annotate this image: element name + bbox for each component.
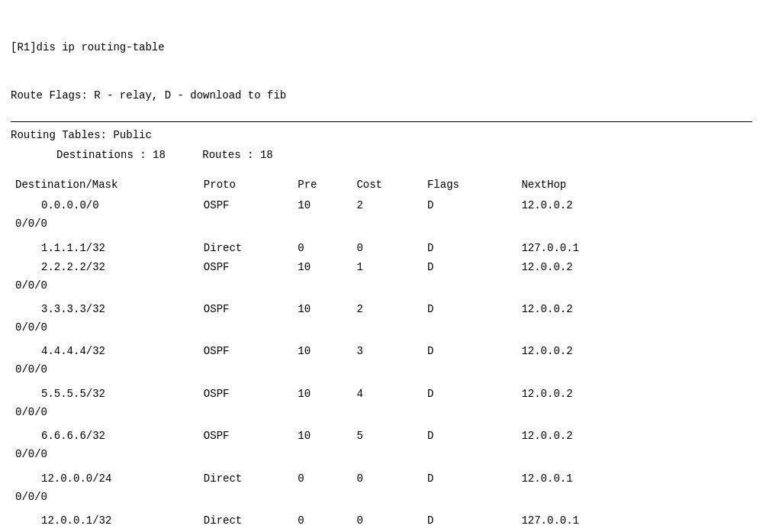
cell-flags: D bbox=[423, 427, 517, 446]
cell-flags: D bbox=[423, 469, 517, 488]
command-line: [R1]dis ip routing-table bbox=[11, 40, 752, 56]
cell-proto: OSPF bbox=[199, 196, 293, 215]
cell-proto: Direct bbox=[199, 239, 293, 258]
cell-flags: D bbox=[423, 196, 517, 215]
divider bbox=[11, 121, 752, 122]
cell-proto: OSPF bbox=[199, 427, 293, 446]
table-row: 12.0.0.0/24Direct00D12.0.0.1 bbox=[11, 469, 752, 488]
routing-tables-header: Routing Tables: Public bbox=[11, 127, 752, 143]
cell-cost: 5 bbox=[352, 427, 423, 446]
cell-iface: 0/0/0 bbox=[11, 277, 199, 300]
col-header-flags: Flags bbox=[423, 173, 517, 196]
cell-destination: 1.1.1.1/32 bbox=[11, 239, 199, 258]
cell-iface-inline bbox=[658, 427, 752, 446]
table-row-iface: 0/0/0 bbox=[11, 215, 752, 238]
cell-iface: 0/0/0 bbox=[11, 215, 199, 238]
cell-iface-inline bbox=[658, 258, 752, 277]
cell-destination: 0.0.0.0/0 bbox=[11, 196, 199, 215]
cell-cost: 0 bbox=[352, 469, 423, 488]
cell-flags: D bbox=[423, 511, 517, 530]
cell-nexthop: 12.0.0.2 bbox=[517, 258, 658, 277]
cell-destination: 12.0.0.1/32 bbox=[11, 511, 199, 530]
cell-iface-inline bbox=[658, 239, 752, 258]
table-row-iface: 0/0/0 bbox=[11, 446, 752, 469]
cell-proto: Direct bbox=[199, 511, 293, 530]
cell-pre: 0 bbox=[293, 469, 352, 488]
flags-desc: Route Flags: R - relay, D - download to … bbox=[11, 88, 752, 104]
col-header-dest: Destination/Mask bbox=[11, 173, 199, 196]
table-row: 2.2.2.2/32OSPF101D12.0.0.2 bbox=[11, 258, 752, 277]
cell-iface-inline bbox=[658, 342, 752, 361]
cell-destination: 5.5.5.5/32 bbox=[11, 385, 199, 404]
table-row-iface: 0/0/0 bbox=[11, 361, 752, 384]
table-row: 4.4.4.4/32OSPF103D12.0.0.2 bbox=[11, 342, 752, 361]
cell-pre: 10 bbox=[293, 196, 352, 215]
table-row: 12.0.0.1/32Direct00D127.0.0.1 bbox=[11, 511, 752, 530]
cell-destination: 12.0.0.0/24 bbox=[11, 469, 199, 488]
cell-cost: 2 bbox=[352, 196, 423, 215]
col-header-pre: Pre bbox=[293, 173, 352, 196]
cell-iface-inline bbox=[658, 300, 752, 319]
cell-destination: 3.3.3.3/32 bbox=[11, 300, 199, 319]
cell-cost: 2 bbox=[352, 300, 423, 319]
cell-pre: 10 bbox=[293, 385, 352, 404]
cell-nexthop: 12.0.0.2 bbox=[517, 385, 658, 404]
cell-nexthop: 12.0.0.2 bbox=[517, 196, 658, 215]
cell-pre: 10 bbox=[293, 427, 352, 446]
cell-destination: 6.6.6.6/32 bbox=[11, 427, 199, 446]
cell-nexthop: 12.0.0.2 bbox=[517, 300, 658, 319]
cell-cost: 3 bbox=[352, 342, 423, 361]
table-row-iface: 0/0/0 bbox=[11, 488, 752, 511]
cell-cost: 4 bbox=[352, 385, 423, 404]
table-row-iface: 0/0/0 bbox=[11, 404, 752, 427]
cell-iface: 0/0/0 bbox=[11, 404, 199, 427]
cell-iface-inline bbox=[658, 196, 752, 215]
cell-flags: D bbox=[423, 239, 517, 258]
cell-flags: D bbox=[423, 300, 517, 319]
cell-cost: 0 bbox=[352, 511, 423, 530]
cell-iface-inline bbox=[658, 511, 752, 530]
cell-proto: OSPF bbox=[199, 342, 293, 361]
cell-nexthop: 12.0.0.2 bbox=[517, 342, 658, 361]
cell-proto: OSPF bbox=[199, 258, 293, 277]
cell-nexthop: 127.0.0.1 bbox=[517, 511, 658, 530]
col-header-iface bbox=[658, 173, 752, 196]
cell-pre: 0 bbox=[293, 511, 352, 530]
cell-nexthop: 12.0.0.1 bbox=[517, 469, 658, 488]
cell-pre: 10 bbox=[293, 258, 352, 277]
cell-nexthop: 127.0.0.1 bbox=[517, 239, 658, 258]
cell-flags: D bbox=[423, 385, 517, 404]
cell-iface-inline bbox=[658, 469, 752, 488]
col-header-cost: Cost bbox=[352, 173, 423, 196]
cell-flags: D bbox=[423, 342, 517, 361]
cell-pre: 10 bbox=[293, 300, 352, 319]
table-row: 1.1.1.1/32Direct00D127.0.0.1 bbox=[11, 239, 752, 258]
table-row: 0.0.0.0/0OSPF102D12.0.0.2 bbox=[11, 196, 752, 215]
cell-pre: 0 bbox=[293, 239, 352, 258]
cell-proto: OSPF bbox=[199, 385, 293, 404]
col-header-proto: Proto bbox=[199, 173, 293, 196]
table-row-iface: 0/0/0 bbox=[11, 319, 752, 342]
cell-proto: OSPF bbox=[199, 300, 293, 319]
table-row: 6.6.6.6/32OSPF105D12.0.0.2 bbox=[11, 427, 752, 446]
cell-nexthop: 12.0.0.2 bbox=[517, 427, 658, 446]
col-header-nexthop: NextHop bbox=[517, 173, 658, 196]
table-row-iface: 0/0/0 bbox=[11, 277, 752, 300]
cell-proto: Direct bbox=[199, 469, 293, 488]
cell-iface-inline bbox=[658, 385, 752, 404]
terminal-output: [R1]dis ip routing-table Route Flags: R … bbox=[11, 8, 752, 120]
cell-flags: D bbox=[423, 258, 517, 277]
cell-pre: 10 bbox=[293, 342, 352, 361]
cell-destination: 2.2.2.2/32 bbox=[11, 258, 199, 277]
cell-cost: 1 bbox=[352, 258, 423, 277]
cell-iface: 0/0/0 bbox=[11, 319, 199, 342]
cell-iface: 0/0/0 bbox=[11, 446, 199, 469]
cell-destination: 4.4.4.4/32 bbox=[11, 342, 199, 361]
cell-iface: 0/0/0 bbox=[11, 361, 199, 384]
table-row: 3.3.3.3/32OSPF102D12.0.0.2 bbox=[11, 300, 752, 319]
table-row: 5.5.5.5/32OSPF104D12.0.0.2 bbox=[11, 385, 752, 404]
cell-iface: 0/0/0 bbox=[11, 488, 199, 511]
table-header-row: Destination/Mask Proto Pre Cost Flags Ne… bbox=[11, 173, 752, 196]
routing-stats: Destinations : 18 Routes : 18 bbox=[11, 147, 752, 163]
cell-cost: 0 bbox=[352, 239, 423, 258]
